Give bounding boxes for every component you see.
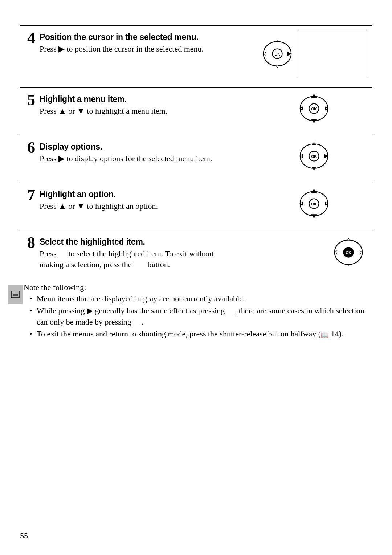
step-5: 5 Highlight a menu item. Press ▲ or ▼ to… bbox=[20, 87, 372, 135]
text-part: to highlight a menu item. bbox=[85, 106, 167, 115]
page-ref-icon: 📖 bbox=[321, 331, 329, 340]
text-part: to display options for the selected menu… bbox=[65, 154, 212, 163]
page-number: 55 bbox=[20, 531, 28, 540]
text-part: Press bbox=[40, 201, 58, 211]
text-part: or bbox=[66, 201, 77, 211]
step-title: Highlight a menu item. bbox=[40, 94, 256, 104]
step-title: Display options. bbox=[40, 142, 256, 152]
step-4: 4 Position the cursor in the selected me… bbox=[20, 25, 372, 87]
text-part: to highlight an option. bbox=[85, 201, 158, 211]
svg-marker-24 bbox=[324, 154, 328, 159]
notes-section: Note the following: Menu items that are … bbox=[20, 282, 372, 339]
step-text: Press ▶ to position the cursor in the se… bbox=[40, 44, 214, 54]
step-text: Press ▲ or ▼ to highlight a menu item. bbox=[40, 106, 214, 117]
dpad-updown-icon: OK bbox=[298, 187, 330, 220]
step-title: Select the highlighted item. bbox=[40, 237, 256, 247]
down-arrow-icon: ▼ bbox=[77, 106, 85, 115]
text-part: Menu items that are displayed in gray ar… bbox=[37, 294, 245, 303]
step-text: Press to select the highlighted item. To… bbox=[40, 248, 214, 270]
text-part: To exit the menus and return to shooting… bbox=[37, 329, 321, 338]
svg-marker-29 bbox=[311, 214, 317, 218]
step-title: Position the cursor in the selected menu… bbox=[40, 32, 256, 42]
step-8: 8 Select the highlighted item. Press to … bbox=[20, 230, 372, 280]
step-number: 7 bbox=[20, 187, 40, 220]
dpad-updown-icon: OK bbox=[298, 92, 330, 125]
step-7: 7 Highlight an option. Press ▲ or ▼ to h… bbox=[20, 183, 372, 230]
right-arrow-icon: ▶ bbox=[58, 154, 65, 163]
bullet-item: Menu items that are displayed in gray ar… bbox=[27, 293, 372, 305]
note-intro: Note the following: bbox=[24, 282, 372, 293]
svg-marker-28 bbox=[311, 189, 317, 193]
text-part: or bbox=[66, 106, 77, 115]
section-tab bbox=[8, 285, 23, 304]
bullet-item: While pressing ▶ generally has the same … bbox=[27, 305, 372, 328]
svg-marker-14 bbox=[311, 94, 317, 98]
svg-text:OK: OK bbox=[274, 52, 280, 56]
text-part: 14). bbox=[329, 329, 343, 338]
svg-text:OK: OK bbox=[311, 202, 317, 206]
text-part: Press bbox=[40, 154, 58, 163]
up-arrow-icon: ▲ bbox=[58, 106, 66, 115]
text-part: Press bbox=[40, 106, 58, 115]
bullet-item: To exit the menus and return to shooting… bbox=[27, 328, 372, 340]
step-number: 8 bbox=[20, 235, 40, 270]
text-part: Press bbox=[40, 44, 58, 53]
step-text: Press ▶ to display options for the selec… bbox=[40, 153, 214, 164]
note-bullets: Menu items that are displayed in gray ar… bbox=[24, 293, 372, 340]
dpad-right-icon: OK bbox=[261, 37, 294, 70]
screenshot-placeholder bbox=[298, 30, 367, 77]
dpad-ok-icon: OK bbox=[332, 236, 365, 269]
svg-text:OK: OK bbox=[311, 107, 317, 111]
svg-text:OK: OK bbox=[311, 155, 317, 159]
step-number: 6 bbox=[20, 140, 40, 172]
step-number: 4 bbox=[20, 30, 40, 77]
text-part: While pressing bbox=[37, 306, 87, 315]
step-title: Highlight an option. bbox=[40, 189, 256, 199]
up-arrow-icon: ▲ bbox=[58, 201, 66, 211]
svg-marker-15 bbox=[311, 119, 317, 123]
right-arrow-icon: ▶ bbox=[87, 306, 93, 315]
svg-marker-10 bbox=[287, 51, 291, 56]
down-arrow-icon: ▼ bbox=[77, 201, 85, 211]
step-number: 5 bbox=[20, 92, 40, 125]
menu-list-icon bbox=[11, 291, 20, 298]
dpad-right-icon: OK bbox=[298, 140, 330, 172]
step-text: Press ▲ or ▼ to highlight an option. bbox=[40, 201, 214, 212]
right-arrow-icon: ▶ bbox=[58, 44, 65, 53]
svg-text:OK: OK bbox=[346, 251, 351, 255]
text-part: to position the cursor in the selected m… bbox=[65, 44, 204, 53]
step-6: 6 Display options. Press ▶ to display op… bbox=[20, 135, 372, 183]
